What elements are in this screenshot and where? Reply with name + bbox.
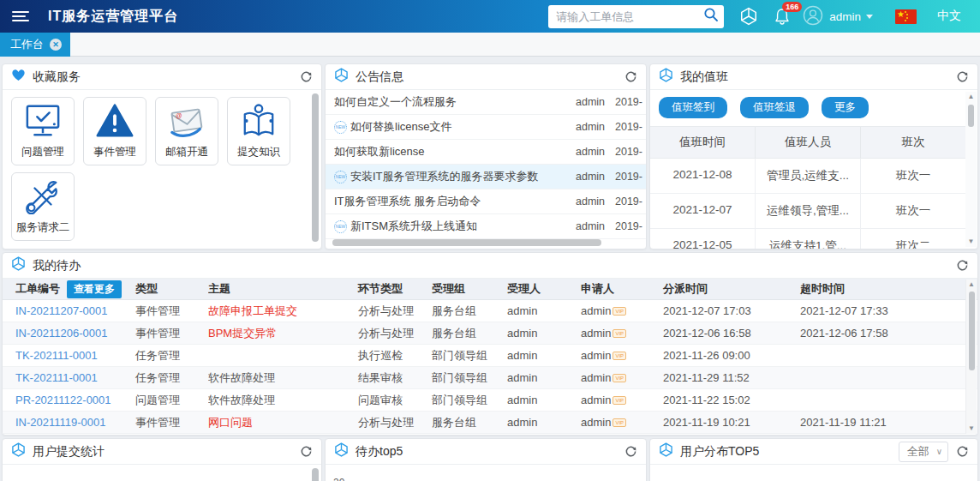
announcement-item[interactable]: 如何自定义一个流程服务 admin 2019- — [326, 90, 646, 115]
refresh-icon[interactable] — [956, 259, 969, 272]
refresh-icon[interactable] — [956, 445, 969, 458]
app-window: IT服务运营管理平台 166 admin ★ — [0, 0, 980, 481]
ticket-link[interactable]: TK-202111-0001 — [15, 349, 98, 362]
service-card-mailbox[interactable]: @ 邮箱开通 — [155, 97, 218, 165]
announcement-item[interactable]: NEW 新ITSM系统升级上线通知 admin 2019- — [326, 214, 646, 239]
todo-table-header: 工单编号 查看更多 类型 主题 环节类型 受理组 受理人 申请人 分派时间 超时… — [3, 279, 977, 300]
view-more-button[interactable]: 查看更多 — [67, 280, 122, 298]
panel-title: 我的待办 — [33, 258, 956, 274]
cube-icon — [11, 256, 26, 274]
panel-title: 待办top5 — [356, 444, 624, 460]
announcement-item[interactable]: 如何获取新license admin 2019- — [326, 140, 646, 165]
service-card-incident[interactable]: 事件管理 — [83, 97, 146, 165]
chevron-down-icon — [866, 15, 873, 19]
chevron-down-icon: ∨ — [936, 447, 942, 456]
panel-title: 用户分布TOP5 — [680, 444, 899, 460]
filter-select[interactable]: 全部 ∨ — [899, 442, 948, 462]
todo-scrollbar[interactable]: ▲ ▼ — [965, 280, 977, 434]
vip-badge: VIP — [612, 307, 626, 316]
favorites-panel: 收藏服务 问题管理 — [2, 63, 322, 250]
vip-badge: VIP — [612, 329, 626, 338]
duty-checkin-button[interactable]: 值班签到 — [659, 97, 727, 118]
service-card-knowledge[interactable]: 提交知识 — [227, 97, 290, 165]
vip-badge: VIP — [612, 374, 626, 382]
warning-triangle-icon — [95, 103, 134, 142]
apps-cube-icon[interactable] — [739, 7, 758, 26]
ticket-link[interactable]: PR-20211122-0001 — [15, 394, 111, 406]
announcements-hscrollbar[interactable] — [332, 239, 601, 246]
username: admin — [829, 10, 861, 23]
axis-tick-label: 20 — [333, 477, 344, 481]
submit-stats-scrollbar[interactable] — [312, 468, 319, 481]
ticket-link[interactable]: TK-202111-0001 — [15, 371, 98, 384]
table-row[interactable]: TK-202111-0001 任务管理 执行巡检 部门领导组 admin adm… — [3, 345, 977, 367]
cube-icon — [659, 68, 673, 86]
refresh-icon[interactable] — [300, 445, 313, 458]
svg-text:@: @ — [175, 111, 182, 120]
duty-table-header: 值班时间 值班人员 班次 — [650, 126, 965, 159]
table-row[interactable]: IN-20211206-0001 事件管理 BPM提交异常 分析与处理 服务台组… — [3, 322, 977, 345]
table-row[interactable]: 2021-12-07 运维领导,管理... 班次一 — [650, 194, 965, 229]
tab-workbench[interactable]: 工作台 ✕ — [0, 33, 70, 57]
email-icon: @ — [167, 103, 206, 142]
refresh-icon[interactable] — [624, 70, 637, 83]
announcement-item[interactable]: IT服务管理系统 服务启动命令 admin 2019- — [326, 189, 646, 214]
cube-icon — [334, 442, 349, 460]
vip-badge: VIP — [612, 396, 626, 405]
scroll-down-icon[interactable]: ▼ — [966, 424, 977, 434]
panel-title: 用户提交统计 — [33, 444, 300, 460]
vip-badge: VIP — [612, 352, 626, 360]
search-box[interactable] — [548, 5, 724, 28]
monitor-check-icon — [23, 103, 63, 142]
duty-panel: 我的值班 值班签到 值班签退 更多 值班时间 值班人员 班次 — [649, 63, 978, 250]
search-input[interactable] — [556, 10, 703, 23]
user-dist-panel: 用户分布TOP5 全部 ∨ — [649, 438, 978, 481]
new-icon: NEW — [334, 121, 347, 134]
table-row[interactable]: IN-20211207-0001 事件管理 故障申报工单提交 分析与处理 服务台… — [3, 300, 977, 322]
refresh-icon[interactable] — [624, 445, 637, 458]
tab-bar: 工作台 ✕ — [0, 33, 980, 57]
scroll-down-icon[interactable]: ▼ — [965, 237, 977, 247]
tab-close-icon[interactable]: ✕ — [50, 39, 62, 51]
todo-panel: 我的待办 工单编号 查看更多 类型 主题 环节类型 受理组 受理人 申请人 分派… — [2, 252, 978, 436]
app-title: IT服务运营管理平台 — [48, 8, 178, 26]
duty-checkout-button[interactable]: 值班签退 — [740, 97, 809, 118]
language-switcher[interactable]: 中文 — [937, 9, 961, 24]
cube-icon — [334, 68, 349, 86]
top-navbar: IT服务运营管理平台 166 admin ★ — [0, 0, 980, 33]
submit-stats-panel: 用户提交统计 — [2, 438, 322, 481]
scroll-up-icon[interactable]: ▲ — [966, 280, 977, 290]
menu-icon[interactable] — [12, 9, 29, 24]
favorites-scrollbar[interactable] — [312, 93, 319, 242]
announcement-item[interactable]: NEW 安装IT服务管理系统的服务器要求参数 admin 2019- — [326, 165, 646, 189]
notifications-bell-icon[interactable]: 166 — [774, 8, 791, 26]
avatar — [803, 5, 823, 28]
cube-icon — [659, 442, 673, 460]
china-flag-icon[interactable]: ★ — [895, 9, 917, 24]
refresh-icon[interactable] — [300, 70, 313, 83]
duty-more-button[interactable]: 更多 — [822, 97, 869, 118]
table-row[interactable]: TK-202111-0001 任务管理 软件故障处理 结果审核 部门领导组 ad… — [3, 367, 977, 389]
new-icon: NEW — [334, 171, 347, 183]
notification-count-badge: 166 — [782, 2, 802, 12]
table-row[interactable]: PR-20211122-0001 问题管理 软件故障处理 问题审核 部门领导组 … — [3, 389, 977, 412]
ticket-link[interactable]: IN-20211206-0001 — [15, 327, 107, 340]
service-card-request[interactable]: 服务请求二 — [11, 172, 75, 241]
service-card-problem[interactable]: 问题管理 — [11, 97, 75, 165]
announcement-item[interactable]: NEW 如何替换license文件 admin 2019- — [326, 115, 646, 140]
table-row[interactable]: 2021-12-08 管理员,运维支... 班次一 — [650, 159, 965, 194]
scroll-up-icon[interactable]: ▲ — [965, 92, 977, 102]
ticket-link[interactable]: IN-20211119-0001 — [15, 416, 106, 429]
duty-scrollbar[interactable]: ▲ ▼ — [965, 92, 977, 247]
search-icon[interactable] — [703, 7, 719, 26]
reading-book-icon — [239, 103, 278, 142]
user-menu[interactable]: admin — [803, 5, 873, 28]
cube-icon — [11, 442, 26, 460]
announcements-panel: 公告信息 如何自定义一个流程服务 admin 2019- NEW 如何替换lic… — [325, 63, 647, 250]
table-row[interactable]: IN-20211119-0001 事件管理 网口问题 分析与处理 服务台组 ad… — [3, 412, 977, 434]
ticket-link[interactable]: IN-20211207-0001 — [15, 304, 107, 317]
heart-icon — [11, 69, 26, 85]
refresh-icon[interactable] — [956, 70, 969, 83]
table-row[interactable]: 2021-12-05 运维支持1,管... 班次二 — [650, 229, 965, 250]
panel-title: 收藏服务 — [33, 69, 300, 85]
